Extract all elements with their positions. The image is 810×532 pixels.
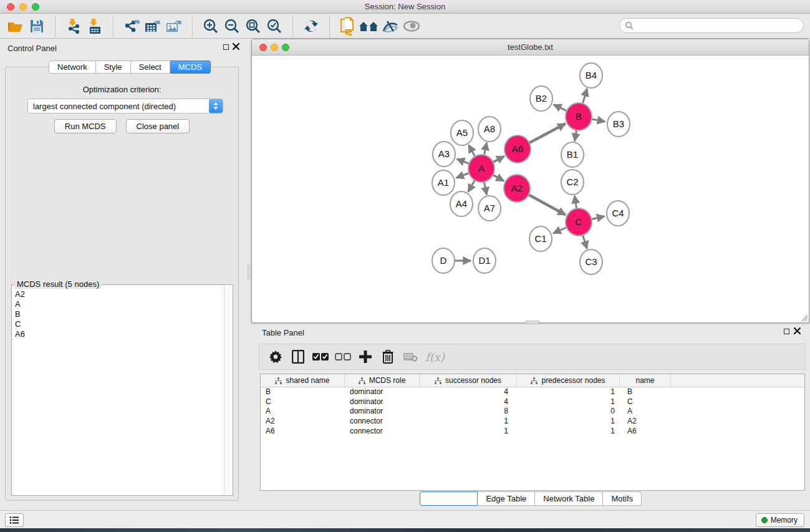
edge-A6-B[interactable] <box>529 123 566 143</box>
tab-style[interactable]: Style <box>96 60 131 74</box>
export-image-button[interactable] <box>163 16 185 36</box>
network-canvas[interactable]: B4B2BB3A8A5A6A3B1AC2A1A2A4A7C4CC1DD1C3 <box>253 56 808 322</box>
memory-button[interactable]: Memory <box>756 513 804 527</box>
edge-B-B3[interactable] <box>592 119 605 122</box>
unselect-all-button[interactable] <box>332 347 354 367</box>
column-header-successor-nodes[interactable]: successor nodes <box>420 374 517 387</box>
edge-C-C4[interactable] <box>591 216 604 220</box>
table-row[interactable]: A2connector11A2 <box>261 417 804 427</box>
export-network-button[interactable] <box>121 16 142 36</box>
node-C[interactable]: C <box>566 208 592 236</box>
node-C4[interactable]: C4 <box>607 201 629 226</box>
node-A3[interactable]: A3 <box>433 142 455 167</box>
add-column-button[interactable] <box>354 347 377 367</box>
save-session-button[interactable] <box>26 16 47 36</box>
table-row[interactable]: A6connector11A6 <box>261 427 804 437</box>
node-A1[interactable]: A1 <box>432 170 455 195</box>
table-settings-button[interactable] <box>264 347 287 367</box>
function-builder-button[interactable]: f(x) <box>425 351 445 364</box>
close-panel-icon[interactable] <box>794 327 801 334</box>
import-network-button[interactable] <box>63 16 84 36</box>
column-header-predecessor-nodes[interactable]: predecessor nodes <box>517 374 620 387</box>
edge-C-C1[interactable] <box>553 227 567 233</box>
node-A7[interactable]: A7 <box>478 196 501 221</box>
task-history-button[interactable] <box>5 513 24 527</box>
column-selector-button[interactable] <box>287 347 309 367</box>
import-table-button[interactable] <box>84 16 105 36</box>
node-B2[interactable]: B2 <box>530 86 552 111</box>
edge-A2-C[interactable] <box>528 195 565 215</box>
node-A2[interactable]: A2 <box>504 175 530 202</box>
column-header-name[interactable]: name <box>620 374 671 387</box>
window-resize-grip[interactable] <box>800 314 808 321</box>
hide-graphics-details-button[interactable] <box>380 16 401 36</box>
delete-column-button[interactable] <box>377 347 399 367</box>
zoom-fit-button[interactable] <box>243 16 264 36</box>
mcds-result-item[interactable]: A <box>12 299 224 309</box>
node-C1[interactable]: C1 <box>529 226 552 251</box>
mcds-result-item[interactable]: C <box>12 319 224 329</box>
tab-select[interactable]: Select <box>131 60 170 74</box>
node-A[interactable]: A <box>468 155 494 182</box>
tab-node-table[interactable]: Node Table <box>420 491 478 506</box>
edge-B-B2[interactable] <box>554 105 567 111</box>
search-input[interactable] <box>634 21 803 30</box>
zoom-out-button[interactable] <box>221 16 243 36</box>
edge-A-A3[interactable] <box>457 159 470 164</box>
search-field[interactable] <box>619 18 804 33</box>
table-row[interactable]: Adominator80A <box>261 407 804 417</box>
edge-A-A4[interactable] <box>468 180 475 192</box>
delete-table-button[interactable] <box>399 347 422 367</box>
mcds-result-item[interactable]: A2 <box>12 289 224 299</box>
edge-A-A5[interactable] <box>469 145 475 157</box>
tab-motifs[interactable]: Motifs <box>603 491 642 506</box>
mcds-result-list[interactable]: A2ABCA6 <box>12 289 224 495</box>
edge-A-A7[interactable] <box>484 181 486 195</box>
node-table[interactable]: shared nameMCDS rolesuccessor nodesprede… <box>260 374 805 491</box>
edge-A-A8[interactable] <box>484 143 486 156</box>
node-A8[interactable]: A8 <box>478 117 501 142</box>
node-B4[interactable]: B4 <box>580 63 602 88</box>
zoom-in-button[interactable] <box>200 16 221 36</box>
mcds-result-item[interactable]: B <box>12 309 224 319</box>
node-B1[interactable]: B1 <box>561 142 584 167</box>
column-header-shared-name[interactable]: shared name <box>261 374 345 387</box>
home-button[interactable] <box>359 16 380 36</box>
column-header-MCDS-role[interactable]: MCDS role <box>345 374 420 387</box>
float-panel-icon[interactable] <box>223 44 229 50</box>
network-graph[interactable]: B4B2BB3A8A5A6A3B1AC2A1A2A4A7C4CC1DD1C3 <box>253 56 808 322</box>
node-A5[interactable]: A5 <box>451 120 473 145</box>
export-table-button[interactable] <box>142 16 163 36</box>
mcds-result-item[interactable]: A6 <box>12 329 224 339</box>
close-panel-button[interactable]: Close panel <box>126 119 190 133</box>
node-C3[interactable]: C3 <box>580 249 602 274</box>
node-A6[interactable]: A6 <box>504 135 531 163</box>
node-C2[interactable]: C2 <box>561 170 584 195</box>
show-graphics-details-button[interactable] <box>401 16 422 36</box>
tab-network[interactable]: Network <box>49 60 96 74</box>
criterion-dropdown[interactable]: largest connected component (directed) <box>27 99 223 114</box>
node-D1[interactable]: D1 <box>473 248 496 273</box>
refresh-button[interactable] <box>301 16 322 36</box>
table-row[interactable]: Bdominator41B <box>261 387 804 397</box>
edge-A-A2[interactable] <box>493 175 504 181</box>
new-network-from-selection-button[interactable] <box>337 16 359 36</box>
vertical-splitter-handle[interactable] <box>248 265 251 279</box>
node-D[interactable]: D <box>432 248 455 273</box>
table-row[interactable]: Cdominator41C <box>261 397 804 407</box>
edge-C-C2[interactable] <box>574 196 576 210</box>
edge-A-A6[interactable] <box>493 156 504 162</box>
zoom-selected-button[interactable] <box>264 16 285 36</box>
run-mcds-button[interactable]: Run MCDS <box>54 119 117 133</box>
edge-A-A1[interactable] <box>456 173 470 178</box>
tab-network-table[interactable]: Network Table <box>535 491 603 506</box>
edge-C-C3[interactable] <box>582 235 587 249</box>
float-panel-icon[interactable] <box>784 329 789 334</box>
tab-edge-table[interactable]: Edge Table <box>478 491 535 506</box>
network-window-titlebar[interactable]: testGlobe.txt <box>252 39 809 56</box>
node-B3[interactable]: B3 <box>607 112 630 137</box>
tab-mcds[interactable]: MCDS <box>170 60 211 74</box>
edge-B-B4[interactable] <box>582 89 587 104</box>
node-A4[interactable]: A4 <box>450 191 473 216</box>
select-all-button[interactable] <box>309 347 332 367</box>
